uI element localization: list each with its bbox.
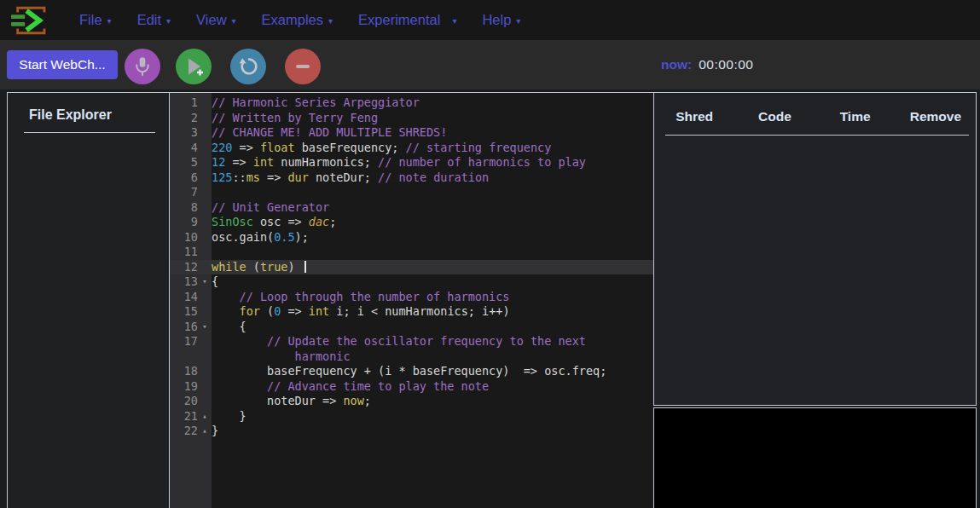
caret-down-icon: ▾ [328, 16, 333, 26]
now-label: now: [661, 57, 692, 72]
menu-item-label: File [79, 12, 102, 28]
code-line-3: 3// CHANGE ME! ADD MULTIPLE SHREDS! [170, 125, 653, 141]
visualizer-panel [653, 407, 977, 508]
code-segment: while [212, 260, 246, 274]
code-segment [212, 349, 295, 363]
now-value: 00:00:00 [699, 57, 753, 72]
menu-item-experimental[interactable]: Experimental▾ [345, 0, 469, 40]
line-number: 20 [170, 394, 198, 409]
code-line-18: 18 baseFrequency + (i * baseFrequency) =… [170, 364, 653, 379]
menu-item-label: Edit [137, 12, 161, 28]
shred-table-header-shred: Shred [654, 109, 734, 124]
code-segment: ; [329, 215, 336, 228]
fold-spacer [198, 394, 212, 409]
microphone-icon [134, 55, 151, 78]
replace-shred-button[interactable] [230, 49, 266, 84]
code-editor[interactable]: 1// Harmonic Series Arpeggiator2// Writt… [170, 92, 653, 508]
code-line-14: 14 // Loop through the number of harmoni… [170, 290, 653, 305]
line-number: 19 [170, 379, 198, 395]
code-segment: i; i < numHarmonics; i++) [329, 304, 509, 318]
code-segment: 220 [212, 141, 232, 154]
code-segment: baseFrequency; [295, 141, 406, 154]
shred-table-header-time: Time [815, 109, 896, 124]
code-segment: numHarmonics; [274, 155, 378, 169]
menu-item-help[interactable]: Help▾ [469, 0, 533, 40]
code-lines: 1// Harmonic Series Arpeggiator2// Writt… [170, 93, 653, 439]
line-number: 17 [170, 334, 198, 349]
fold-spacer [198, 290, 212, 305]
code-text: 12 => int numHarmonics; // number of har… [212, 155, 653, 170]
code-segment [212, 379, 267, 393]
code-segment: ( [246, 260, 260, 274]
fold-arrow-icon[interactable]: ▴ [198, 409, 212, 424]
code-text: } [212, 424, 653, 439]
code-line-19: 19 // Advance time to play the note [170, 379, 653, 395]
fold-spacer [198, 364, 212, 379]
code-segment: :: [232, 170, 246, 184]
remove-shred-button[interactable] [285, 49, 321, 84]
code-text: 220 => float baseFrequency; // starting … [212, 141, 653, 156]
fold-arrow-icon[interactable]: ▴ [198, 424, 212, 439]
code-text: // CHANGE ME! ADD MULTIPLE SHREDS! [212, 125, 653, 141]
start-webchuck-button[interactable]: Start WebCh... [7, 50, 118, 79]
code-segment: harmonic [295, 349, 351, 363]
menu-item-label: Experimental [358, 12, 440, 28]
code-line-wrap: harmonic [170, 349, 653, 365]
code-line-7: 7 [170, 185, 653, 200]
chuck-logo [9, 4, 48, 37]
code-text: harmonic [212, 349, 653, 365]
menu-item-label: View [196, 12, 226, 28]
fold-spacer [198, 334, 212, 349]
code-text: osc.gain(0.5); [212, 230, 653, 245]
menu-item-edit[interactable]: Edit▾ [125, 0, 183, 40]
shred-table-header-code: Code [734, 109, 815, 124]
code-line-15: 15 for (0 => int i; i < numHarmonics; i+… [170, 304, 653, 320]
play-plus-icon [183, 55, 205, 78]
code-segment: noteDur => [212, 394, 343, 407]
code-segment: ms [246, 170, 260, 184]
menu-item-file[interactable]: File▾ [67, 0, 125, 40]
code-text: while (true) [212, 260, 653, 275]
line-number: 6 [170, 170, 198, 186]
code-text: // Written by Terry Feng [212, 111, 653, 126]
code-segment: for [240, 304, 260, 318]
caret-down-icon: ▾ [516, 16, 520, 26]
caret-down-icon: ▾ [452, 16, 456, 26]
line-number: 2 [170, 111, 198, 126]
caret-down-icon: ▾ [107, 16, 112, 26]
code-text [212, 185, 653, 200]
code-line-4: 4220 => float baseFrequency; // starting… [170, 141, 653, 156]
file-explorer-panel: File Explorer [7, 92, 170, 508]
microphone-button[interactable] [125, 49, 160, 84]
fold-arrow-icon[interactable]: ▾ [198, 274, 212, 290]
menu-item-examples[interactable]: Examples▾ [249, 0, 345, 40]
code-segment: 125 [212, 170, 232, 184]
menu-bar: File▾Edit▾View▾Examples▾Experimental▾Hel… [0, 0, 980, 40]
code-segment: // Update the oscillator frequency to th… [267, 334, 586, 348]
code-segment: // Written by Terry Feng [212, 111, 378, 124]
line-number: 3 [170, 125, 198, 141]
minus-icon [292, 55, 314, 78]
line-number: 14 [170, 290, 198, 305]
menu-item-view[interactable]: View▾ [183, 0, 249, 40]
code-text: // Loop through the number of harmonics [212, 290, 653, 305]
code-text: } [212, 409, 653, 424]
code-segment: => [225, 155, 253, 169]
code-text: { [212, 274, 653, 290]
line-number: 4 [170, 141, 198, 156]
code-line-5: 512 => int numHarmonics; // number of ha… [170, 155, 653, 170]
code-segment: // Harmonic Series Arpeggiator [212, 95, 420, 109]
file-explorer-divider [24, 132, 155, 133]
code-segment: float [260, 141, 295, 154]
code-text: // Unit Generator [212, 200, 653, 216]
play-add-shred-button[interactable] [176, 49, 212, 84]
code-line-8: 8// Unit Generator [170, 200, 653, 216]
code-line-16: 16▾ { [170, 320, 653, 335]
fold-spacer [198, 260, 212, 275]
fold-spacer [198, 349, 212, 365]
code-segment: dur [287, 170, 308, 184]
chuck-logo-icon [9, 4, 48, 37]
shred-table-panel: ShredCodeTimeRemove [653, 92, 977, 406]
fold-arrow-icon[interactable]: ▾ [198, 320, 212, 335]
fold-spacer [198, 125, 212, 141]
